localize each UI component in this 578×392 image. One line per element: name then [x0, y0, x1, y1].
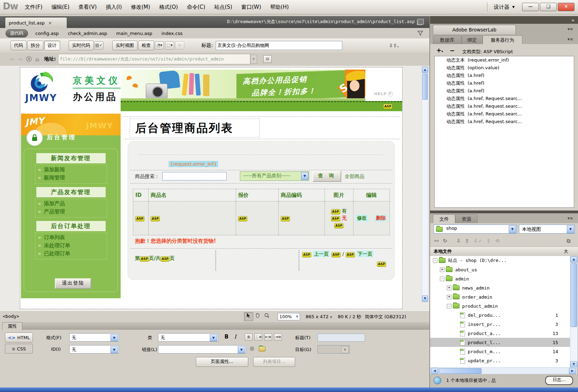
stop-icon[interactable]: ⓧ [26, 56, 32, 63]
address-dropdown-icon[interactable]: ▼ [250, 55, 257, 64]
sidebar-link-manage-news[interactable]: »新闻管理 [38, 174, 107, 182]
design-scrollbar[interactable]: ▲ ▼ [422, 66, 428, 302]
tree-file[interactable]: product_a...13 [430, 329, 570, 338]
behavior-item[interactable]: 动态属性 (a.href, Request.searc... [435, 110, 574, 118]
panel-separator[interactable] [430, 211, 578, 213]
close-icon[interactable]: × [48, 20, 52, 26]
tree-file[interactable]: insert_pr...3 [430, 320, 570, 329]
collapse-panels-icon[interactable]: » [572, 17, 575, 23]
scroll-down-icon[interactable]: ▼ [570, 361, 577, 368]
view-mode-select[interactable]: 本地视图 ▼ [519, 224, 575, 234]
zoom-level-select[interactable]: 100%▼ [278, 313, 300, 320]
menu-edit[interactable]: 编辑(E) [47, 0, 74, 14]
behavior-item[interactable]: 动态属性 (option.value) [435, 64, 574, 72]
related-file[interactable]: index.css [157, 29, 187, 38]
related-file[interactable]: check_admin.asp [63, 29, 112, 38]
preview-browser-icon[interactable]: ◔▾ [155, 41, 164, 50]
html-mode-button[interactable]: <> HTML [5, 333, 33, 342]
inspect-button[interactable]: 检查 [138, 41, 154, 50]
refresh-icon[interactable]: ↻ [175, 41, 184, 50]
browserlab-panel-tab[interactable]: Adobe BrowserLab [433, 25, 516, 35]
files-vscrollbar[interactable]: ▲ ▼ [570, 256, 578, 368]
refresh-icon[interactable]: ↻ [443, 238, 448, 244]
filter-icon[interactable] [418, 30, 423, 36]
page-properties-button[interactable]: 页面属性... [196, 357, 248, 367]
italic-button[interactable]: I [234, 334, 236, 340]
tree-file[interactable]: product_m...14 [430, 347, 570, 356]
size-column[interactable]: 大 [564, 248, 568, 255]
scroll-thumb[interactable] [422, 74, 428, 100]
zoom-tool-icon[interactable] [262, 312, 271, 321]
sidebar-link-add-product[interactable]: »添加产品 [38, 200, 107, 208]
unordered-list-icon[interactable]: ≣ [245, 334, 252, 341]
get-files-icon[interactable]: ⇩ [456, 238, 461, 244]
menu-modify[interactable]: 修改(M) [127, 0, 155, 14]
behavior-item[interactable]: 动态文本 (request.error_inf) [435, 56, 574, 64]
files-hscrollbar[interactable]: ◀ ▶ [430, 367, 577, 374]
menu-commands[interactable]: 命令(C) [183, 0, 210, 14]
menu-site[interactable]: 站点(S) [210, 0, 237, 14]
inspect-mode-icon[interactable]: ⬚▾ [165, 41, 174, 50]
image-yes-label[interactable]: 有 [342, 208, 347, 214]
behavior-item[interactable]: 动态属性 (a.href) [435, 72, 574, 79]
put-files-icon[interactable]: ⇧ [465, 238, 470, 244]
tree-file[interactable]: del_produ...1 [430, 311, 570, 320]
tree-folder-admin[interactable]: - admin [430, 274, 570, 283]
panel-menu-icon[interactable]: ▾≡ [568, 216, 573, 221]
tree-file[interactable]: update_pr...3 [430, 356, 570, 365]
sidebar-link-order-list[interactable]: »订单列表 [38, 234, 107, 242]
tree-file-selected[interactable]: product_l...15 [430, 338, 570, 347]
sidebar-link-add-news[interactable]: »添加新闻 [38, 166, 107, 174]
view-options-icon[interactable]: ▤ [263, 55, 272, 63]
class-select[interactable]: 无▼ [158, 333, 218, 342]
image-no-label[interactable]: 无 [342, 215, 347, 221]
behavior-item[interactable]: 动态属性 (a.href, Request.searc... [435, 95, 574, 102]
panel-menu-icon[interactable]: ▾≡ [568, 27, 573, 31]
scroll-up-icon[interactable]: ▲ [570, 256, 577, 263]
log-button[interactable]: 日志... [545, 376, 573, 385]
forward-icon[interactable]: ⇨ [18, 56, 22, 63]
title-input[interactable] [317, 334, 365, 342]
point-to-file-icon[interactable]: ◎ [250, 345, 254, 351]
menu-format[interactable]: 格式(O) [155, 0, 183, 14]
live-code-icon[interactable]: ▤✓ [94, 41, 104, 50]
chevron-down-icon[interactable]: ▼ [301, 172, 308, 180]
related-file[interactable]: config.asp [31, 29, 63, 38]
design-view-button[interactable]: 设计 [44, 41, 60, 50]
menu-insert[interactable]: 插入(I) [101, 0, 127, 14]
edit-link[interactable]: 修改 [356, 215, 368, 222]
properties-tab[interactable]: 属性 [2, 322, 22, 330]
all-products-link[interactable]: 全部商品 [345, 173, 364, 180]
site-select[interactable]: shop ▼ [434, 224, 517, 234]
category-select[interactable]: -----所有产品类别----- ▼ [240, 171, 309, 181]
ordered-list-icon[interactable]: ⋮≡ [255, 334, 262, 341]
indent-icon[interactable]: ⇥≡ [274, 334, 282, 341]
panel-menu-icon[interactable]: ▾≡ [568, 37, 573, 42]
tree-folder-about-us[interactable]: + about_us [430, 265, 570, 274]
behavior-item[interactable]: 动态属性 (a.href, Request.searc... [435, 118, 574, 126]
next-page-link[interactable]: 下一页 [357, 251, 373, 257]
tree-folder-news-admin[interactable]: + news_admin [430, 283, 570, 292]
select-tool-icon[interactable] [244, 312, 253, 321]
document-tab[interactable]: product_list.asp × [5, 17, 67, 28]
sidebar-link-manage-product[interactable]: »产品管理 [38, 208, 107, 216]
workspace-switcher[interactable]: 设计器 ▼ [494, 0, 515, 14]
related-file[interactable]: main_menu.asp [112, 29, 157, 38]
tree-folder-product-admin[interactable]: - product_admin [430, 301, 570, 311]
home-icon[interactable]: ⌂ [35, 56, 39, 63]
sidebar-link-pending-orders[interactable]: »未处理订单 [38, 242, 107, 250]
outdent-icon[interactable]: ⇤≡ [264, 334, 272, 341]
css-mode-button[interactable]: ▦ CSS [5, 344, 33, 354]
menu-window[interactable]: 窗口(W) [237, 0, 266, 14]
restore-panel-icon[interactable] [418, 19, 424, 24]
minimize-button[interactable]: — [522, 3, 539, 11]
expand-panel-icon[interactable]: ⧉ [566, 238, 570, 244]
bold-button[interactable]: B [224, 334, 228, 340]
help-badge[interactable]: HELPP [374, 91, 393, 97]
split-view-button[interactable]: 拆分 [27, 41, 43, 50]
tag-selector-body[interactable]: <body> [3, 314, 19, 319]
tab-bindings[interactable]: 绑定 [462, 35, 483, 44]
tab-databases[interactable]: 数据库 [433, 35, 462, 44]
source-code-pill[interactable]: 源代码 [6, 29, 28, 37]
scroll-right-icon[interactable]: ▶ [569, 368, 576, 374]
